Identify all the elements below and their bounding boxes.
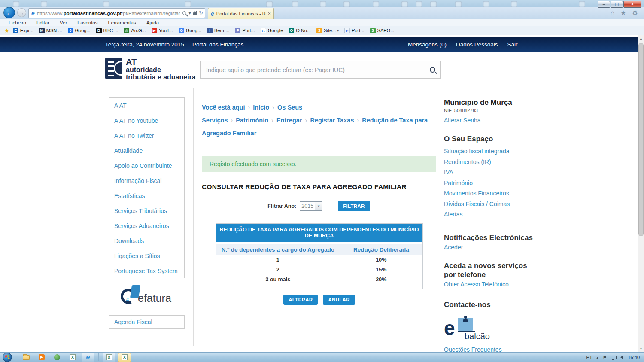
rightbar-link-alertas[interactable]: Alertas <box>444 209 541 220</box>
acesso-telefonico-link[interactable]: Obter Acesso Telefónico <box>444 281 541 288</box>
dados-pessoais-link[interactable]: Dados Pessoais <box>456 41 498 48</box>
breadcrumb-link[interactable]: Entregar <box>276 117 302 124</box>
favorite-google[interactable]: GGoogle <box>261 28 283 33</box>
sidebar-item-atualidade[interactable]: Atualidade <box>109 143 185 158</box>
sidebar-item-liga-es-a-s-tios[interactable]: Ligações a Sítios <box>109 248 185 263</box>
gear-icon[interactable]: ⚙ <box>632 9 638 17</box>
favorite-bbc[interactable]: BBBC ... <box>96 28 118 33</box>
media-player-icon: ▶ <box>39 354 45 360</box>
breadcrumb-link[interactable]: Registar Taxas <box>310 117 354 124</box>
ebalcao-logo[interactable]: e balcão <box>444 317 500 342</box>
page-scrollbar[interactable]: ▲ ▼ <box>638 35 644 352</box>
close-window-button[interactable]: × <box>623 1 641 8</box>
refresh-icon[interactable]: ↻ <box>199 10 203 16</box>
anular-button[interactable]: ANULAR <box>323 295 355 305</box>
desktop-icon <box>401 1 408 7</box>
browser-tab[interactable]: e Portal das Finanças - Reduç... × <box>208 8 274 19</box>
aceder-link[interactable]: Aceder <box>444 244 541 251</box>
favorite-youtube[interactable]: ▶YouT... <box>152 28 173 33</box>
rightbar-link-movimentos-financeiros[interactable]: Movimentos Financeiros <box>444 188 541 199</box>
forward-button[interactable]: → <box>17 8 26 17</box>
alterar-senha-link[interactable]: Alterar Senha <box>444 117 541 124</box>
menu-item-ferramentas[interactable]: Ferramentas <box>108 20 136 25</box>
minimize-button[interactable]: – <box>598 1 610 8</box>
favorite-expresso[interactable]: EExpr... <box>13 28 33 33</box>
window-controls: – ▢ × <box>597 1 641 8</box>
sidebar-item-a-at[interactable]: A AT <box>109 97 185 113</box>
favorite-google-8[interactable]: 8Goog... <box>68 28 91 33</box>
action-center-flag-icon[interactable]: ⚑ <box>603 355 607 360</box>
taskbar-app-internet-explorer[interactable]: e <box>82 353 94 362</box>
sair-link[interactable]: Sair <box>507 41 518 48</box>
menu-item-ajuda[interactable]: Ajuda <box>146 20 159 25</box>
sidebar-item-apoio-ao-contribuinte[interactable]: Apoio ao Contribuinte <box>109 158 185 173</box>
portal-search-icon[interactable] <box>430 67 435 73</box>
sidebar-item-estat-sticas[interactable]: Estatísticas <box>109 188 185 203</box>
sidebar-item-portuguese-tax-system[interactable]: Portuguese Tax System <box>109 263 185 278</box>
sidebar-item-downloads[interactable]: Downloads <box>109 233 185 248</box>
sidebar-item-informa-o-fiscal[interactable]: Informação Fiscal <box>109 173 185 188</box>
chevron-right-icon: › <box>271 117 273 124</box>
breadcrumb-link[interactable]: Património <box>236 117 268 124</box>
search-icon[interactable] <box>182 11 186 15</box>
rightbar-link-rendimentos-ir-[interactable]: Rendimentos (IR) <box>444 157 541 167</box>
scroll-down-icon[interactable]: ▼ <box>638 345 644 352</box>
favorite-o-no[interactable]: OO No... <box>289 28 311 33</box>
rightbar-link-patrim-nio[interactable]: Património <box>444 178 541 189</box>
breadcrumb-link[interactable]: Início <box>253 104 269 111</box>
favorite-sapo[interactable]: SSAPO... <box>370 28 395 33</box>
maximize-button[interactable]: ▢ <box>611 1 623 8</box>
portal-search-input[interactable] <box>206 67 430 73</box>
favorite-google-maps[interactable]: GGoog... <box>179 28 201 33</box>
menu-item-editar[interactable]: Editar <box>36 20 49 25</box>
taskbar-app-spreadsheet-window[interactable]: X <box>103 353 115 362</box>
rightbar-link-d-vidas-fiscais-coimas[interactable]: Dívidas Fiscais / Coimas <box>444 199 541 210</box>
favorite-site[interactable]: SSite...▾ <box>316 28 339 33</box>
back-button[interactable]: ← <box>3 7 15 18</box>
questoes-frequentes-link[interactable]: Questões Frequentes <box>444 346 541 352</box>
alterar-button[interactable]: ALTERAR <box>283 295 318 305</box>
filtrar-button[interactable]: FILTRAR <box>338 201 370 211</box>
url-text[interactable]: https://www.portaldasfinancas.gov.pt/pt/… <box>37 11 180 16</box>
taskbar-app-globe[interactable] <box>51 353 64 362</box>
hidden-icons-icon[interactable]: ▴ <box>597 356 598 359</box>
favorite-arcgis[interactable]: ◍ArcG... <box>124 28 146 33</box>
rightbar-link-situa-o-fiscal-integrada[interactable]: Situação fiscal integrada <box>444 146 541 157</box>
taskbar-app-spreadsheet[interactable]: X <box>66 353 79 362</box>
language-indicator[interactable]: PT <box>586 355 592 360</box>
efatura-logo[interactable]: # efatura <box>121 287 176 307</box>
sidebar-item-agenda-fiscal[interactable]: Agenda Fiscal <box>109 315 185 329</box>
year-select[interactable]: 2015 ˅ <box>300 201 322 211</box>
favorite-portal-financas[interactable]: ePort... <box>344 28 364 33</box>
rightbar-link-iva[interactable]: IVA <box>444 167 541 178</box>
clock[interactable]: 16:40 <box>628 355 640 360</box>
favorites-bar-star-icon[interactable]: ★ <box>4 27 9 34</box>
menu-item-ver[interactable]: Ver <box>60 20 67 25</box>
sidebar-item-servi-os-aduaneiros[interactable]: Serviços Aduaneiros <box>109 218 185 233</box>
menu-item-favoritos[interactable]: Favoritos <box>77 20 97 25</box>
volume-icon[interactable] <box>620 355 623 359</box>
sidebar-item-servi-os-tribut-rios[interactable]: Serviços Tributários <box>109 203 185 218</box>
taskbar-app-spreadsheet-window-active[interactable]: X <box>118 353 131 362</box>
menu-item-ficheiro[interactable]: Ficheiro <box>9 20 26 25</box>
mensagens-link[interactable]: Mensagens (0) <box>408 41 447 48</box>
address-bar[interactable]: e https://www.portaldasfinancas.gov.pt/p… <box>28 8 205 18</box>
tab-close-icon[interactable]: × <box>268 11 271 17</box>
favorites-star-icon[interactable]: ★ <box>620 9 626 17</box>
sidebar-item-a-at-no-twitter[interactable]: A AT no Twitter <box>109 128 185 143</box>
favorite-portal[interactable]: PPort... <box>235 28 255 33</box>
at-logo[interactable]: AT autoridade tributária e aduaneira <box>105 58 196 81</box>
taskbar-app-folder[interactable] <box>20 353 33 362</box>
select-caret-icon[interactable]: ˅ <box>315 202 322 210</box>
favorite-facebook[interactable]: fBem-... <box>207 28 229 33</box>
portal-search-box[interactable] <box>200 61 441 79</box>
chevron-down-icon[interactable]: ▾ <box>188 10 191 16</box>
sidebar-item-a-at-no-youtube[interactable]: A AT no Youtube <box>109 113 185 128</box>
favorite-msn[interactable]: MMSN ... <box>39 28 62 33</box>
scrollbar-thumb[interactable] <box>638 43 644 236</box>
home-icon[interactable]: ⌂ <box>611 9 614 17</box>
taskbar-app-media-player[interactable]: ▶ <box>35 353 48 362</box>
start-button[interactable] <box>3 353 12 362</box>
scroll-up-icon[interactable]: ▲ <box>638 35 644 42</box>
breadcrumb: Você está aqui›Início›Os Seus Serviços›P… <box>202 88 436 140</box>
